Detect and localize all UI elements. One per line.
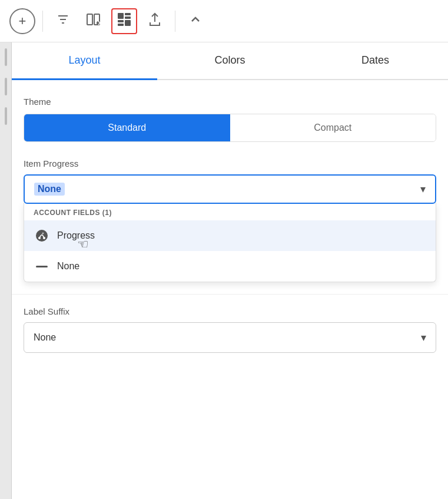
left-sidebar-strip [0,42,12,499]
svg-point-13 [38,237,41,239]
label-suffix-section: Label Suffix None ▾ [12,294,448,365]
toolbar: + [0,0,448,42]
tab-dates[interactable]: Dates [303,42,448,80]
label-suffix-label: Label Suffix [24,306,436,316]
tab-colors[interactable]: Colors [157,42,303,80]
strip-indicator-3 [5,107,7,125]
tab-layout[interactable]: Layout [12,42,157,80]
toolbar-divider-1 [42,11,43,32]
filter-button[interactable] [50,8,76,34]
layout-icon [117,12,132,30]
filter-icon [56,12,70,29]
svg-rect-10 [118,24,124,26]
export-icon [148,12,162,30]
strip-indicator-1 [5,48,7,66]
columns-button[interactable] [81,8,107,34]
progress-field-icon [34,227,50,244]
layout-button[interactable] [111,8,137,34]
svg-point-12 [36,230,48,242]
export-button[interactable] [142,8,168,34]
layout-panel-content: Theme Standard Compact Item Progress Non… [12,80,448,294]
page-body: Layout Colors Dates Theme Standard Compa… [0,42,448,499]
plus-icon: + [19,14,26,29]
svg-point-15 [42,233,44,234]
collapse-button[interactable] [182,8,208,34]
toolbar-divider-2 [175,11,175,32]
svg-rect-9 [125,20,131,26]
item-progress-dropdown[interactable]: None ▾ [24,174,436,204]
theme-toggle: Standard Compact [24,114,436,142]
svg-rect-3 [87,14,92,25]
main-panel: Layout Colors Dates Theme Standard Compa… [12,42,448,499]
label-suffix-chevron-icon: ▾ [421,331,426,344]
item-progress-label: Item Progress [24,158,436,168]
svg-rect-7 [125,13,131,15]
label-suffix-dropdown[interactable]: None ▾ [24,322,436,353]
chevron-up-icon [189,13,202,29]
dropdown-group-header: ACCOUNT FIELDS (1) [24,203,436,220]
item-progress-chevron-icon: ▾ [420,183,426,196]
svg-rect-8 [118,20,124,22]
theme-section-label: Theme [24,97,436,107]
dropdown-item-progress-label: Progress [57,230,95,241]
item-progress-selected-value: None [34,183,65,196]
dropdown-item-progress[interactable]: Progress ☜ [24,220,436,251]
label-suffix-value: None [34,332,56,343]
svg-rect-6 [118,13,124,19]
columns-icon [86,12,101,29]
tabs-container: Layout Colors Dates [12,42,448,80]
strip-indicator-2 [5,78,7,95]
svg-point-14 [43,237,45,239]
theme-standard-button[interactable]: Standard [24,114,230,141]
theme-compact-button[interactable]: Compact [230,114,436,141]
svg-rect-11 [125,16,131,19]
none-icon [34,258,50,275]
item-progress-dropdown-menu: ACCOUNT FIELDS (1) Progress [24,203,436,282]
dropdown-item-none[interactable]: None [24,251,436,282]
dropdown-item-none-label: None [57,261,79,272]
add-button[interactable]: + [9,8,35,34]
